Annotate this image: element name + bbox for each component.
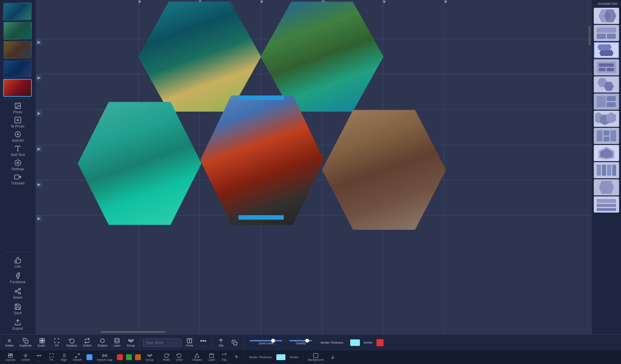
border-status-btn[interactable]: Border: [288, 355, 301, 359]
template-11[interactable]: [594, 179, 619, 195]
switch-button[interactable]: Switch: [81, 337, 94, 348]
fonts-button[interactable]: Fonts: [184, 337, 195, 348]
hex-3[interactable]: [78, 102, 201, 225]
sidebar-item-add-art[interactable]: Add Art: [1, 129, 34, 144]
thumbnail-2[interactable]: [3, 22, 32, 39]
border-color-swatch[interactable]: [350, 339, 360, 346]
hex-1[interactable]: [138, 2, 261, 112]
status-group-icon: [147, 353, 152, 358]
sidebar-item-like[interactable]: Like: [1, 255, 34, 270]
thumbnail-1[interactable]: [3, 3, 32, 20]
border-thickness-status-btn[interactable]: Border Thickness: [247, 355, 274, 359]
align-btn[interactable]: Align: [59, 352, 69, 362]
sidebar-label-like: Like: [15, 264, 21, 268]
flip-status-btn[interactable]: Flip: [219, 352, 229, 362]
shape-text-input[interactable]: [143, 338, 182, 347]
replace-button[interactable]: Replace: [64, 337, 79, 348]
fit-button[interactable]: Fit: [51, 337, 63, 348]
background-status-btn[interactable]: Background: [306, 352, 326, 362]
sidebar-item-share[interactable]: Share: [1, 286, 34, 301]
svg-rect-49: [597, 208, 616, 211]
hex-2[interactable]: [260, 2, 384, 112]
sidebar-item-save[interactable]: Save: [1, 302, 34, 316]
flip-button[interactable]: Flip: [215, 337, 227, 348]
color-swatch-red[interactable]: [376, 339, 384, 346]
delete-button[interactable]: Delete: [3, 337, 16, 348]
opacity-slider[interactable]: [289, 340, 312, 341]
template-3[interactable]: [594, 42, 619, 58]
layer-status-btn[interactable]: Layer: [206, 352, 217, 362]
template-2[interactable]: [594, 25, 619, 41]
status-sep-1: [158, 353, 158, 362]
template-1[interactable]: [594, 8, 619, 24]
scroll-handle-vertical[interactable]: [589, 26, 591, 45]
template-5[interactable]: [594, 76, 619, 93]
up-arrow-status-btn[interactable]: [231, 354, 242, 360]
status-swatch-red[interactable]: [117, 354, 123, 360]
group-button[interactable]: Group: [125, 337, 137, 348]
top-marker-5[interactable]: ▼: [382, 0, 386, 4]
status-more-btn[interactable]: ••• ...: [34, 352, 44, 362]
template-6[interactable]: [594, 94, 619, 110]
sidebar-item-facebook[interactable]: Facebook: [1, 271, 34, 285]
svg-rect-36: [597, 130, 603, 141]
sidebar-item-photo[interactable]: Photo: [1, 101, 34, 115]
stretch-gap-btn[interactable]: Stretch Gap: [95, 352, 114, 362]
thumbnail-4[interactable]: [3, 60, 32, 78]
group-label: Group: [127, 344, 135, 347]
sidebar-item-settings[interactable]: Settings: [1, 158, 34, 172]
svg-point-7: [19, 288, 21, 290]
canvas-area[interactable]: ▼ ▼ ▼ ▼ ▼ ▼ ▶ ▶ ▶ ▶ ▶ ▶: [36, 0, 592, 334]
layer-button[interactable]: Layer: [111, 337, 123, 348]
duplicate-button[interactable]: Duplicate: [17, 337, 34, 348]
selection-handle-bottom[interactable]: [238, 215, 284, 220]
template-9[interactable]: [594, 145, 619, 161]
canvas-arrow-4[interactable]: ▶: [36, 146, 42, 152]
thumbnail-3[interactable]: [3, 41, 32, 59]
svg-rect-71: [10, 354, 12, 355]
sidebar-label-add-text: Add Text: [11, 153, 25, 157]
status-fit-btn[interactable]: Fit: [46, 352, 57, 362]
sidebar-item-fb-photo[interactable]: fb Photo: [1, 115, 34, 129]
template-10[interactable]: [594, 162, 619, 178]
top-marker-6[interactable]: ▼: [444, 0, 448, 4]
canvas-arrow-2[interactable]: ▶: [36, 74, 42, 81]
selection-handle-top[interactable]: [238, 95, 284, 100]
status-swatch-orange[interactable]: [135, 354, 141, 360]
quad-button[interactable]: Quad...: [36, 337, 49, 348]
scroll-handle-horizontal[interactable]: [100, 331, 165, 333]
template-12[interactable]: [594, 196, 619, 213]
layouts-btn[interactable]: Layouts: [3, 352, 17, 362]
sidebar-item-add-text[interactable]: Add Text: [1, 144, 34, 158]
group-status-btn[interactable]: Group: [144, 352, 155, 362]
canvas-arrow-3[interactable]: ▶: [36, 110, 42, 116]
zoom-slider[interactable]: [250, 340, 282, 341]
border-status-color[interactable]: [276, 354, 285, 360]
hex-5[interactable]: [322, 110, 446, 230]
canvas-arrow-6[interactable]: ▶: [36, 215, 42, 222]
redo-btn[interactable]: Redo: [161, 352, 172, 362]
top-marker-1[interactable]: ▼: [138, 0, 142, 4]
shapes-status-btn[interactable]: Shapes: [190, 352, 204, 362]
more-button[interactable]: ••• ...: [197, 337, 209, 348]
flip-copy-icon: [232, 340, 237, 346]
sidebar-item-tutorials[interactable]: Tutorials: [1, 172, 34, 186]
status-swatch-green[interactable]: [126, 354, 132, 360]
undo-btn[interactable]: Undo: [174, 352, 185, 362]
svg-rect-73: [8, 356, 12, 358]
center-btn[interactable]: Center: [19, 352, 32, 362]
flip-copy-button[interactable]: [229, 339, 240, 347]
canvas-arrow-5[interactable]: ▶: [36, 181, 42, 188]
top-marker-3[interactable]: ▼: [260, 0, 264, 4]
template-4[interactable]: [594, 59, 619, 75]
thumbnail-5[interactable]: [3, 79, 32, 97]
hex-4[interactable]: [200, 95, 324, 225]
template-7[interactable]: [594, 111, 619, 127]
sidebar-item-export[interactable]: Export: [1, 317, 34, 332]
status-layer-icon: [209, 353, 214, 358]
shapes-button[interactable]: Shapes: [96, 337, 109, 348]
down-arrow-status-btn[interactable]: [328, 354, 338, 360]
template-8[interactable]: [594, 128, 619, 144]
stretch-btn[interactable]: Stretch: [71, 352, 84, 362]
canvas-arrow-1[interactable]: ▶: [36, 39, 42, 45]
